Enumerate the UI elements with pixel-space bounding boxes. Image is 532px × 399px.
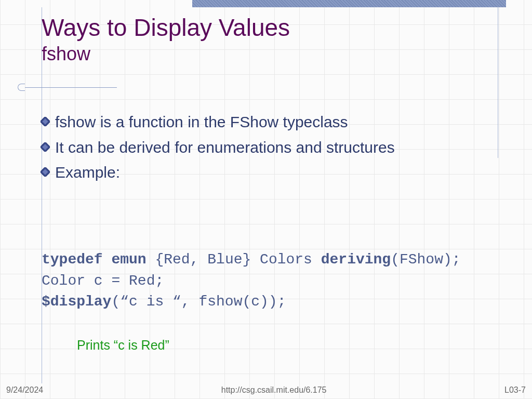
code-text: {Red, Blue} Colors [147,251,321,268]
title-block: Ways to Display Values fshow [42,15,290,65]
top-decorative-band [192,0,506,7]
footer-url: http://csg.csail.mit.edu/6.175 [221,385,327,395]
footer-date: 9/24/2024 [6,385,43,395]
list-item: fshow is a function in the FShow typecla… [41,112,501,133]
code-keyword: typedef [42,251,103,268]
list-item: Example: [41,162,501,183]
code-block: typedef emun {Red, Blue} Colors deriving… [42,249,461,313]
bullet-list: fshow is a function in the FShow typecla… [41,112,501,188]
slide-footer: 9/24/2024 http://csg.csail.mit.edu/6.175… [6,385,526,395]
slide-subtitle: fshow [42,43,290,65]
code-keyword: deriving [321,251,391,268]
code-text: (“c is “, fshow(c)); [111,294,286,310]
bullet-text: It can be derived for enumerations and s… [55,137,395,158]
slide-title: Ways to Display Values [42,15,290,41]
diamond-bullet-icon [41,117,50,126]
code-line: typedef emun {Red, Blue} Colors deriving… [42,249,461,271]
bullet-text: Example: [55,162,120,183]
footer-slide-number: L03-7 [504,385,526,395]
list-item: It can be derived for enumerations and s… [41,137,501,158]
code-keyword: $display [42,294,111,310]
code-line: $display(“c is “, fshow(c)); [42,291,461,313]
title-underline-ornament [18,84,25,91]
code-line: Color c = Red; [42,271,461,292]
diamond-bullet-icon [41,142,50,152]
output-note: Prints “c is Red” [77,338,169,353]
title-underline [21,87,117,88]
bullet-text: fshow is a function in the FShow typecla… [55,112,348,133]
diamond-bullet-icon [41,167,50,177]
code-keyword: emun [111,251,146,268]
code-text: (FShow); [391,251,460,268]
